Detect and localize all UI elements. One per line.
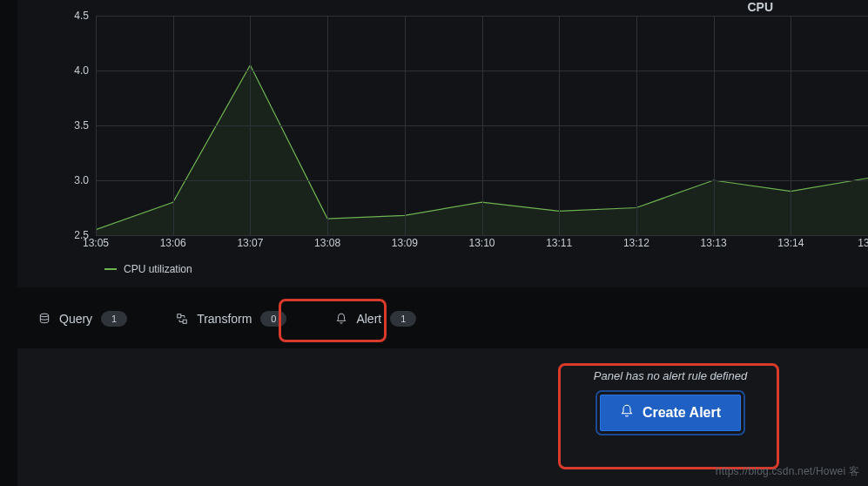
create-alert-button-label: Create Alert [643, 405, 721, 421]
tab-transform-count: 0 [260, 311, 286, 327]
x-tick-label: 13:1 [858, 237, 868, 249]
x-tick-label: 13:09 [392, 237, 418, 249]
tab-transform-label: Transform [197, 312, 252, 326]
chart-panel: CPU 2.53.03.54.04.5 13:0513:0613:0713:08… [17, 0, 868, 287]
svg-rect-1 [178, 314, 181, 318]
watermark-text: https://blog.csdn.net/Howei 客 [716, 464, 859, 479]
database-icon [38, 313, 50, 325]
svg-rect-2 [183, 320, 186, 323]
legend-swatch [104, 268, 117, 270]
x-tick-label: 13:07 [237, 237, 263, 249]
x-tick-label: 13:06 [160, 237, 186, 249]
chart-x-axis: 13:0513:0613:0713:0813:0913:1013:1113:12… [96, 237, 868, 254]
x-tick-label: 13:11 [546, 237, 572, 249]
alert-empty-message: Panel has no alert rule defined [566, 369, 775, 382]
tab-alert-count: 1 [390, 311, 416, 327]
create-alert-region: Panel has no alert rule defined Create A… [566, 369, 775, 431]
tab-query-count: 1 [101, 311, 127, 327]
y-tick-label: 3.5 [74, 119, 89, 132]
y-tick-label: 4.0 [74, 64, 89, 77]
tab-query-label: Query [59, 312, 92, 326]
tab-alert[interactable]: Alert 1 [328, 306, 423, 332]
svg-point-0 [40, 314, 48, 317]
tab-alert-label: Alert [356, 312, 381, 326]
chart-y-axis: 2.53.03.54.04.5 [17, 16, 94, 235]
x-tick-label: 13:10 [468, 237, 495, 249]
tab-query[interactable]: Query 1 [31, 306, 134, 332]
chart-title: CPU [748, 0, 774, 14]
panel-tabs: Query 1 Transform 0 Alert 1 [17, 300, 868, 337]
chart-plot[interactable] [96, 16, 868, 235]
legend-label: CPU utilization [124, 263, 192, 275]
bell-icon [335, 313, 347, 325]
chart-legend: CPU utilization [104, 263, 192, 275]
x-tick-label: 13:08 [314, 237, 340, 249]
y-tick-label: 3.0 [74, 174, 89, 186]
y-tick-label: 4.5 [74, 10, 89, 22]
create-alert-button[interactable]: Create Alert [600, 395, 741, 431]
x-tick-label: 13:13 [701, 237, 727, 249]
x-tick-label: 13:12 [623, 237, 649, 249]
x-tick-label: 13:05 [83, 237, 109, 249]
bell-icon [620, 404, 634, 422]
tab-transform[interactable]: Transform 0 [169, 306, 293, 332]
x-tick-label: 13:14 [777, 237, 804, 249]
transform-icon [176, 313, 188, 325]
